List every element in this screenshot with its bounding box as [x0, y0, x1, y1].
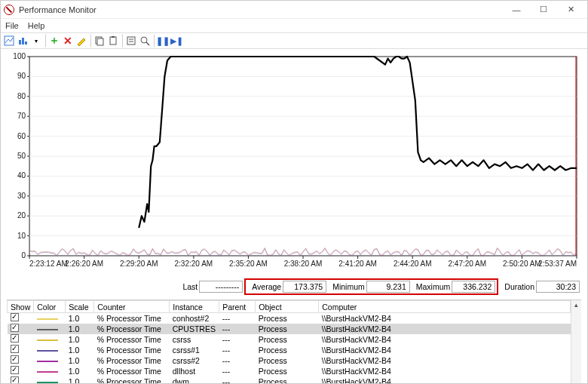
svg-text:20: 20	[17, 211, 26, 220]
cell-object: Process	[256, 376, 319, 385]
average-value: 173.375	[283, 281, 326, 293]
scroll-up-icon[interactable]: ▴	[574, 300, 579, 309]
window-title: Performance Monitor	[19, 5, 503, 14]
copy-icon[interactable]	[93, 34, 106, 48]
svg-text:2:32:20 AM: 2:32:20 AM	[175, 260, 213, 268]
freeze-icon[interactable]: ❚❚	[156, 34, 170, 48]
show-checkbox[interactable]	[11, 313, 19, 321]
toolbar-separator	[152, 34, 155, 48]
table-row[interactable]: 1.0% Processor Timeconhost#2---Process\\…	[8, 313, 571, 324]
cell-instance: conhost#2	[170, 313, 219, 324]
table-row[interactable]: 1.0% Processor Timecsrss---Process\\Burs…	[8, 334, 571, 345]
title-bar: Performance Monitor — ☐ ✕	[1, 1, 587, 19]
svg-text:2:38:20 AM: 2:38:20 AM	[284, 260, 323, 268]
window-controls: — ☐ ✕	[503, 2, 584, 18]
cell-object: Process	[256, 355, 319, 366]
cell-instance: csrss#2	[170, 355, 219, 366]
cell-object: Process	[256, 313, 319, 324]
show-checkbox[interactable]	[11, 334, 19, 343]
col-show[interactable]: Show	[8, 301, 34, 313]
update-icon[interactable]: ▶❚	[170, 34, 183, 48]
cell-counter: % Processor Time	[94, 345, 170, 355]
table-row[interactable]: 1.0% Processor Timedwm---Process\\BurstH…	[8, 376, 571, 385]
svg-text:2:41:20 AM: 2:41:20 AM	[338, 260, 377, 268]
color-swatch	[37, 339, 58, 341]
cell-counter: % Processor Time	[94, 313, 170, 324]
toolbar: ▾ ＋ ✕ ❚❚ ▶❚	[1, 32, 587, 49]
svg-rect-6	[110, 37, 116, 45]
duration-value: 30:23	[536, 281, 580, 293]
col-counter[interactable]: Counter	[94, 301, 170, 313]
cell-parent: ---	[219, 334, 256, 345]
svg-text:90: 90	[17, 72, 26, 80]
svg-point-11	[141, 37, 147, 43]
close-button[interactable]: ✕	[557, 2, 584, 18]
svg-rect-2	[22, 38, 24, 45]
menu-file[interactable]: File	[5, 21, 19, 30]
col-instance[interactable]: Instance	[170, 301, 219, 313]
color-swatch	[37, 318, 58, 320]
performance-chart: 01020304050607080901002:23:12 AM2:26:20 …	[7, 52, 581, 275]
color-swatch	[37, 350, 58, 352]
view-histogram-icon[interactable]	[16, 34, 29, 48]
svg-text:2:47:20 AM: 2:47:20 AM	[448, 260, 486, 268]
stats-bar: Last --------- Average 173.375 Minimum 9…	[1, 275, 587, 298]
cell-instance: csrss#1	[170, 345, 219, 355]
show-checkbox[interactable]	[11, 355, 19, 364]
svg-text:2:26:20 AM: 2:26:20 AM	[65, 260, 103, 268]
cell-parent: ---	[219, 313, 256, 324]
show-checkbox[interactable]	[11, 324, 19, 332]
cell-counter: % Processor Time	[94, 324, 170, 334]
delete-counter-icon[interactable]: ✕	[61, 34, 75, 48]
col-scale[interactable]: Scale	[66, 301, 94, 313]
table-row[interactable]: 1.0% Processor Timecsrss#1---Process\\Bu…	[8, 345, 571, 355]
counter-table[interactable]: Show Color Scale Counter Instance Parent…	[7, 300, 571, 384]
svg-text:100: 100	[13, 52, 26, 60]
cell-counter: % Processor Time	[94, 376, 170, 385]
show-checkbox[interactable]	[11, 345, 19, 353]
minimum-value: 9.231	[366, 281, 410, 293]
svg-text:30: 30	[17, 192, 26, 200]
view-report-dropdown-icon[interactable]: ▾	[29, 34, 43, 48]
color-swatch	[37, 371, 58, 373]
show-checkbox[interactable]	[11, 366, 19, 374]
table-row[interactable]: 1.0% Processor Timedllhost---Process\\Bu…	[8, 366, 571, 376]
average-label: Average	[252, 282, 281, 291]
table-row[interactable]: 1.0% Processor Timecsrss#2---Process\\Bu…	[8, 355, 571, 366]
toolbar-separator	[88, 34, 91, 48]
col-color[interactable]: Color	[34, 301, 66, 313]
svg-text:2:35:20 AM: 2:35:20 AM	[229, 260, 268, 268]
cell-parent: ---	[219, 345, 256, 355]
table-row[interactable]: 1.0% Processor TimeCPUSTRES---Process\\B…	[8, 324, 571, 334]
cell-parent: ---	[219, 355, 256, 366]
app-icon	[4, 5, 14, 15]
color-swatch	[37, 361, 58, 362]
menu-help[interactable]: Help	[28, 21, 45, 30]
cell-scale: 1.0	[66, 355, 94, 366]
col-computer[interactable]: Computer	[319, 301, 571, 313]
maximize-button[interactable]: ☐	[530, 2, 557, 18]
cell-computer: \\BurstHackVM2-B4	[319, 334, 571, 345]
toolbar-separator	[120, 34, 123, 48]
paste-icon[interactable]	[106, 34, 120, 48]
view-graph-icon[interactable]	[2, 34, 16, 48]
show-checkbox[interactable]	[11, 376, 19, 384]
col-parent[interactable]: Parent	[219, 301, 256, 313]
cell-counter: % Processor Time	[94, 366, 170, 376]
svg-rect-0	[5, 36, 14, 45]
minimize-button[interactable]: —	[503, 2, 530, 18]
cell-computer: \\BurstHackVM2-B4	[319, 366, 571, 376]
add-counter-icon[interactable]: ＋	[47, 34, 61, 48]
col-object[interactable]: Object	[256, 301, 319, 313]
svg-text:2:23:12 AM: 2:23:12 AM	[29, 260, 68, 268]
properties-icon[interactable]	[124, 34, 138, 48]
legend-scrollbar[interactable]: ▴ ▾	[571, 300, 581, 384]
highlight-icon[interactable]	[75, 34, 88, 48]
maximum-label: Maximum	[416, 282, 451, 291]
cell-scale: 1.0	[66, 334, 94, 345]
zoom-icon[interactable]	[138, 34, 152, 48]
cell-parent: ---	[219, 324, 256, 334]
cell-scale: 1.0	[66, 313, 94, 324]
svg-text:2:44:20 AM: 2:44:20 AM	[394, 260, 432, 268]
stats-highlight-box: Average 173.375 Minimum 9.231 Maximum 33…	[244, 278, 498, 295]
